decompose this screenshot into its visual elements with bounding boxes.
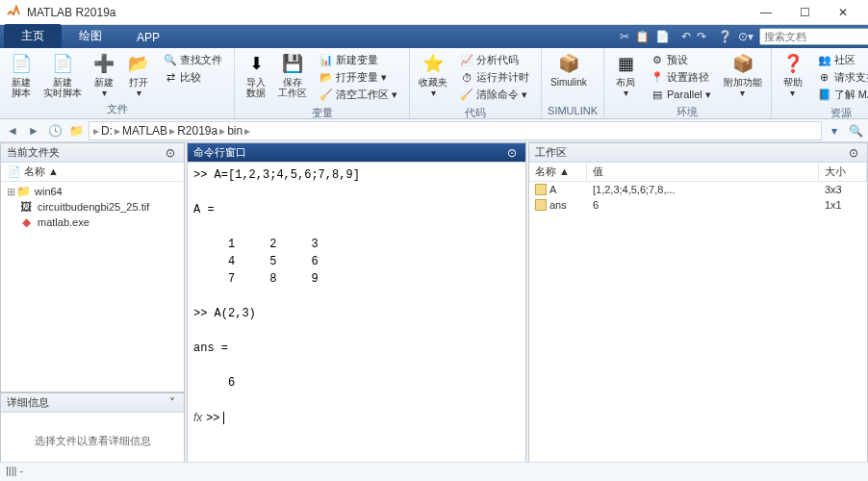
ribbon-button[interactable]: 📂打开 ▾ (123, 50, 154, 100)
minimize-button[interactable]: — (747, 0, 785, 25)
ribbon-small-button[interactable]: ⊕请求支持 (816, 69, 868, 86)
panel-menu-icon[interactable]: ⊙ (504, 146, 520, 160)
ribbon-group-label: SIMULINK (548, 104, 598, 116)
undo-icon[interactable]: ↶ (681, 30, 691, 43)
breadcrumb-segment[interactable]: bin (227, 124, 243, 138)
ribbon-label: 运行并计时 (476, 70, 529, 85)
ribbon-small-button[interactable]: 📂打开变量 ▾ (318, 69, 399, 86)
file-row[interactable]: 🖼circuitbudengbi25_25.tif (1, 199, 184, 215)
col-value[interactable]: 值 (587, 163, 819, 181)
file-name: win64 (35, 186, 63, 197)
file-header-name[interactable]: 名称 ▲ (24, 165, 59, 179)
ribbon-button[interactable]: ➕新建 ▾ (89, 50, 119, 100)
search-docs-input[interactable] (759, 28, 868, 45)
ribbon-label: 清除命令 ▾ (476, 88, 527, 102)
file-type-icon: ◆ (18, 215, 34, 229)
file-type-icon: 🖼 (18, 200, 34, 214)
ribbon-label: 社区 (834, 53, 855, 67)
ribbon-small-button[interactable]: 📍设置路径 (649, 69, 713, 86)
breadcrumb-segment[interactable]: D: (101, 124, 113, 138)
search-path-icon[interactable]: 🔍 (847, 122, 864, 139)
browse-button[interactable]: ▾ (826, 122, 843, 139)
breadcrumb-segment[interactable]: R2019a (177, 124, 217, 138)
ribbon-small-button[interactable]: 👥社区 (816, 52, 868, 68)
ribbon-small-button[interactable]: 🧹清除命令 ▾ (458, 87, 531, 103)
workspace-header: 名称 ▲ 值 大小 (529, 163, 867, 182)
ribbon-label: 设置路径 (667, 70, 709, 85)
ribbon-icon: ➕ (92, 52, 115, 75)
ribbon-button[interactable]: 📄新建 实时脚本 (40, 50, 85, 100)
fx-icon[interactable]: fx (193, 411, 202, 424)
help-icon[interactable]: ❔ (718, 30, 732, 43)
nav-back-button[interactable]: ◄ (4, 122, 21, 139)
variable-value: [1,2,3;4,5,6;7,8,... (587, 183, 819, 196)
file-list: ⊞📁win64🖼circuitbudengbi25_25.tif◆matlab.… (1, 182, 184, 392)
ribbon-label: 新建 脚本 (12, 77, 31, 98)
ribbon-label: 分析代码 (476, 53, 519, 67)
breadcrumb-segment[interactable]: MATLAB (122, 124, 167, 138)
tab-plots[interactable]: 绘图 (62, 24, 119, 48)
close-button[interactable]: ✕ (824, 0, 862, 25)
ribbon-icon: ⬇ (244, 52, 268, 75)
ribbon-small-button[interactable]: 🧹清空工作区 ▾ (318, 87, 399, 103)
help-dropdown-icon[interactable]: ⊙▾ (738, 30, 753, 43)
ribbon-small-button[interactable]: ⚙预设 (649, 52, 713, 68)
tab-home[interactable]: 主页 (4, 24, 62, 48)
ribbon-small-button[interactable]: 📊新建变量 (318, 52, 399, 68)
panel-menu-icon[interactable]: ⊙ (846, 146, 861, 160)
ribbon-label: 预设 (667, 53, 688, 67)
statusbar: |||| - (0, 462, 868, 481)
ribbon-button[interactable]: 📦附加功能 ▾ (721, 50, 765, 100)
col-size[interactable]: 大小 (819, 163, 867, 181)
ribbon-button[interactable]: ⭐收藏夹 ▾ (416, 50, 450, 100)
ribbon-group-label: 变量 (241, 105, 403, 120)
current-folder-panel: 当前文件夹 ⊙ 📄 名称 ▲ ⊞📁win64🖼circuitbudengbi25… (0, 142, 185, 392)
nav-fwd-button[interactable]: ► (25, 122, 42, 139)
paste-icon[interactable]: 📄 (655, 30, 670, 43)
nav-up-button[interactable]: 🕓 (46, 122, 64, 139)
ribbon-button[interactable]: ❓帮助 ▾ (778, 50, 808, 100)
ribbon-small-button[interactable]: ⏱运行并计时 (458, 69, 531, 86)
ribbon: 📄新建 脚本📄新建 实时脚本➕新建 ▾📂打开 ▾🔍查找文件⇄比较文件⬇导入 数据… (0, 48, 868, 119)
address-bar: ◄ ► 🕓 📁 ▸ D: ▸ MATLAB ▸ R2019a ▸ bin ▸ ▾… (0, 119, 868, 142)
ribbon-small-button[interactable]: ▤Parallel ▾ (649, 87, 713, 102)
window-title: MATLAB R2019a (27, 6, 747, 19)
ribbon-label: 打开 ▾ (129, 77, 148, 98)
ribbon-small-button[interactable]: 📈分析代码 (458, 52, 531, 68)
ribbon-button[interactable]: 📦Simulink (548, 50, 590, 89)
ribbon-icon: ⚙ (651, 54, 664, 67)
ribbon-button[interactable]: ⬇导入 数据 (241, 50, 271, 100)
details-body: 选择文件以查看详细信息 (1, 413, 184, 468)
ribbon-label: Parallel ▾ (667, 89, 711, 101)
col-name[interactable]: 名称 ▲ (529, 163, 587, 181)
variable-value: 6 (587, 198, 819, 212)
ribbon-small-button[interactable]: ⇄比较 (162, 69, 224, 86)
workspace-variable-row[interactable]: A[1,2,3;4,5,6;7,8,...3x3 (529, 182, 867, 197)
ribbon-button[interactable]: 📄新建 脚本 (6, 50, 37, 100)
redo-icon[interactable]: ↷ (697, 30, 706, 43)
folder-icon[interactable]: 📁 (67, 122, 85, 139)
file-row[interactable]: ⊞📁win64 (1, 184, 184, 199)
ribbon-icon: ⇄ (164, 71, 177, 85)
ribbon-small-button[interactable]: 🔍查找文件 (162, 52, 224, 68)
maximize-button[interactable]: ☐ (785, 0, 824, 25)
ribbon-small-button[interactable]: 📘了解 MATLAB (816, 87, 868, 103)
ribbon-label: Simulink (550, 77, 587, 88)
command-window[interactable]: >> A=[1,2,3;4,5,6;7,8,9] A = 1 2 3 4 5 6… (188, 163, 525, 468)
variable-icon (535, 199, 547, 211)
file-row[interactable]: ◆matlab.exe (1, 215, 184, 230)
ribbon-button[interactable]: ▦布局 ▾ (610, 50, 641, 100)
ribbon-icon: 🧹 (460, 89, 473, 102)
variable-icon (535, 184, 547, 195)
tab-apps[interactable]: APP (119, 27, 177, 48)
cut-icon[interactable]: ✂ (620, 30, 629, 43)
ribbon-label: 布局 ▾ (616, 77, 635, 98)
variable-name: A (549, 184, 556, 195)
ribbon-button[interactable]: 💾保存 工作区 (275, 50, 310, 100)
copy-icon[interactable]: 📋 (635, 30, 650, 43)
breadcrumb[interactable]: ▸ D: ▸ MATLAB ▸ R2019a ▸ bin ▸ (89, 121, 822, 140)
details-collapse-icon[interactable]: ˅ (166, 396, 178, 410)
workspace-variable-row[interactable]: ans61x1 (529, 197, 867, 213)
ribbon-label: 新建变量 (336, 53, 378, 67)
panel-menu-icon[interactable]: ⊙ (163, 146, 178, 160)
